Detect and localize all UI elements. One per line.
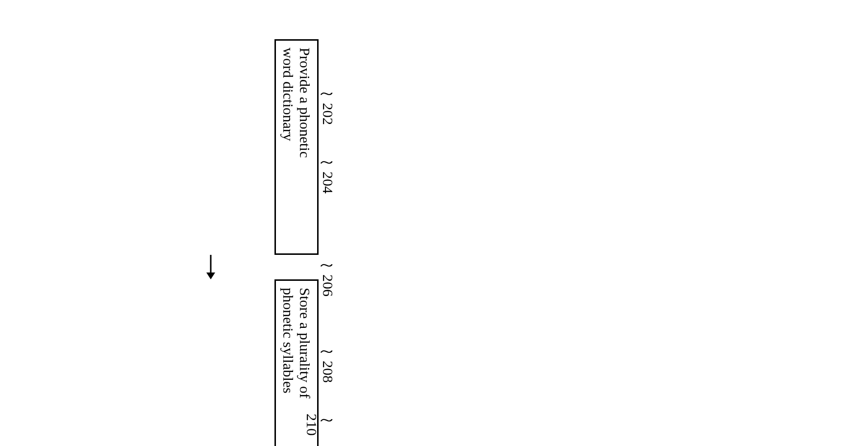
step-ref-number: 206	[320, 274, 336, 297]
flow-step: Store a plurality of phonetic syllables	[103, 279, 319, 446]
svg-marker-1	[206, 273, 215, 279]
tilde-glyph: ～	[316, 414, 337, 428]
step-ref-tag: ～210	[304, 414, 335, 436]
flowchart: ～202Provide a phonetic word dictionary～2…	[103, 39, 319, 412]
step-ref-number: 208	[320, 361, 336, 383]
step-ref-tag: ～206	[319, 259, 335, 297]
tilde-glyph: ～	[316, 259, 337, 273]
rotated-strip: ～202Provide a phonetic word dictionary～2…	[0, 0, 446, 446]
step-ref-tag: ～202	[319, 87, 335, 125]
flow-arrow	[103, 255, 319, 279]
figure-canvas: ～202Provide a phonetic word dictionary～2…	[0, 0, 868, 446]
flow-step: Provide a phonetic word dictionary	[103, 39, 319, 255]
step-ref-tag: ～208	[319, 345, 335, 383]
flow-step-box: Provide a phonetic word dictionary	[274, 39, 319, 255]
step-ref-number: 204	[320, 172, 336, 194]
tilde-glyph: ～	[316, 156, 337, 171]
tilde-glyph: ～	[316, 345, 337, 360]
step-ref-number: 202	[320, 103, 336, 125]
step-ref-tag: ～204	[319, 156, 335, 194]
tilde-glyph: ～	[316, 87, 337, 102]
